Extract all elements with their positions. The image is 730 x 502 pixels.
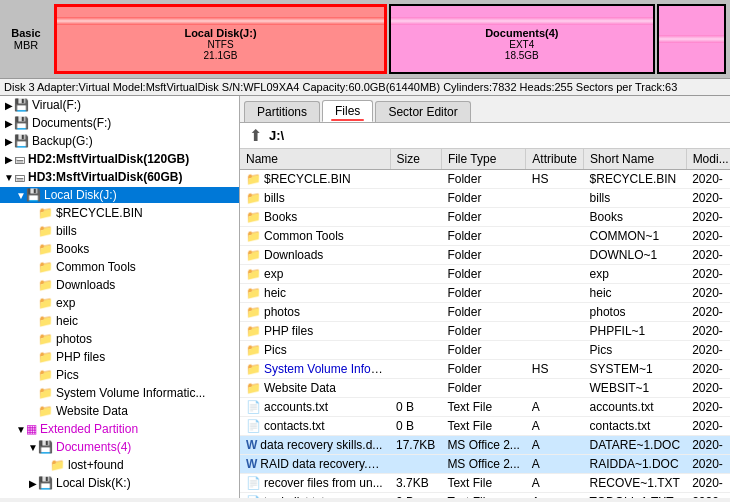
col-attribute[interactable]: Attribute — [526, 149, 584, 170]
partition-local-j[interactable]: Local Disk(J:) NTFS 21.1GB — [54, 4, 387, 74]
table-row[interactable]: 📄accounts.txt0 BText FileAaccounts.txt20… — [240, 398, 730, 417]
table-row[interactable]: 📁PicsFolderPics2020- — [240, 341, 730, 360]
folder-icon: 📁 — [246, 248, 261, 262]
file-short-cell: photos — [584, 303, 687, 322]
drive-icon: 💾 — [26, 188, 41, 202]
tree-node-php-files[interactable]: 📁 PHP files — [0, 349, 239, 365]
file-table: Name Size File Type Attribute Short Name… — [240, 149, 730, 498]
tree-node-virual-f[interactable]: ▶ 💾 Virual(F:) — [0, 97, 239, 113]
file-mod-cell: 2020- — [686, 455, 730, 474]
tree-node-heic[interactable]: 📁 heic — [0, 313, 239, 329]
table-row[interactable]: 📄to do list.txt0 BText FileATODOLI~1.TXT… — [240, 493, 730, 499]
expand-icon[interactable]: ▶ — [28, 478, 38, 489]
nav-up-button[interactable]: ⬆ — [246, 126, 265, 145]
tree-label: Extended Partition — [40, 422, 138, 436]
tree-node-pics[interactable]: 📁 Pics — [0, 367, 239, 383]
tab-partitions[interactable]: Partitions — [244, 101, 320, 122]
table-row[interactable]: 📁System Volume Infor...FolderHSSYSTEM~12… — [240, 360, 730, 379]
table-row[interactable]: 📁Common ToolsFolderCOMMON~12020- — [240, 227, 730, 246]
file-short-cell: RAIDDA~1.DOC — [584, 455, 687, 474]
table-row[interactable]: WRAID data recovery.d...MS Office 2...AR… — [240, 455, 730, 474]
partition-docs4[interactable]: Documents(4) EXT4 18.5GB — [389, 4, 655, 74]
file-name-cell: 📁Website Data — [240, 379, 390, 398]
tree-node-downloads[interactable]: 📁 Downloads — [0, 277, 239, 293]
file-name: heic — [264, 286, 286, 300]
expand-icon[interactable]: ▼ — [4, 172, 14, 183]
table-row[interactable]: 📄contacts.txt0 BText FileAcontacts.txt20… — [240, 417, 730, 436]
table-row[interactable]: Wdata recovery skills.d...17.7KBMS Offic… — [240, 436, 730, 455]
expand-icon[interactable]: ▼ — [16, 190, 26, 201]
tree-node-docs4[interactable]: ▼ 💾 Documents(4) — [0, 439, 239, 455]
col-shortname[interactable]: Short Name — [584, 149, 687, 170]
table-row[interactable]: 📁DownloadsFolderDOWNLO~12020- — [240, 246, 730, 265]
file-name: System Volume Infor... — [264, 362, 384, 376]
expand-icon[interactable]: ▼ — [16, 424, 26, 435]
tree-node-exp[interactable]: 📁 exp — [0, 295, 239, 311]
col-filetype[interactable]: File Type — [441, 149, 525, 170]
tree-node-hd2[interactable]: ▶ 🖴 HD2:MsftVirtualDisk(120GB) — [0, 151, 239, 167]
tree-node-lost-found[interactable]: 📁 lost+found — [0, 457, 239, 473]
list-item: 📁 bills — [0, 222, 239, 240]
expand-icon[interactable]: ▶ — [4, 100, 14, 111]
file-short-cell: WEBSIT~1 — [584, 379, 687, 398]
list-item: ▼ 🖴 HD3:MsftVirtualDisk(60GB) — [0, 168, 239, 186]
tree-node-local-j[interactable]: ▼ 💾 Local Disk(J:) — [0, 187, 239, 203]
tree-node-hd3[interactable]: ▼ 🖴 HD3:MsftVirtualDisk(60GB) — [0, 169, 239, 185]
list-item: 📁 PHP files — [0, 348, 239, 366]
tree-node-bills[interactable]: 📁 bills — [0, 223, 239, 239]
folder-icon: 📁 — [246, 362, 261, 376]
file-mod-cell: 2020- — [686, 284, 730, 303]
list-item: 📁 Pics — [0, 366, 239, 384]
table-row[interactable]: 📁$RECYCLE.BINFolderHS$RECYCLE.BIN2020- — [240, 170, 730, 189]
expand-icon[interactable]: ▼ — [28, 442, 38, 453]
table-row[interactable]: 📁Website DataFolderWEBSIT~12020- — [240, 379, 730, 398]
file-name-cell: 📁Downloads — [240, 246, 390, 265]
doc-icon: W — [246, 438, 257, 452]
file-name: to do list.txt — [264, 495, 325, 498]
file-name: Pics — [264, 343, 287, 357]
table-row[interactable]: 📁expFolderexp2020- — [240, 265, 730, 284]
tree-node-sysvolinfo[interactable]: 📁 System Volume Informatic... — [0, 385, 239, 401]
file-mod-cell: 2020- — [686, 379, 730, 398]
tab-sector-editor[interactable]: Sector Editor — [375, 101, 470, 122]
tree-node-photos[interactable]: 📁 photos — [0, 331, 239, 347]
tree-node-backup-g[interactable]: ▶ 💾 Backup(G:) — [0, 133, 239, 149]
expand-icon[interactable]: ▶ — [4, 136, 14, 147]
col-name[interactable]: Name — [240, 149, 390, 170]
file-size-cell: 17.7KB — [390, 436, 441, 455]
tree-label: Local Disk(J:) — [44, 188, 117, 202]
expand-icon[interactable]: ▶ — [4, 154, 14, 165]
folder-icon: 📁 — [38, 260, 53, 274]
folder-icon: 📁 — [50, 458, 65, 472]
tree-node-website-data[interactable]: 📁 Website Data — [0, 403, 239, 419]
file-size-cell — [390, 360, 441, 379]
tree-node-srecycle[interactable]: 📁 $RECYCLE.BIN — [0, 205, 239, 221]
file-short-cell: contacts.txt — [584, 417, 687, 436]
file-short-cell: Pics — [584, 341, 687, 360]
tree-node-local-k[interactable]: ▶ 💾 Local Disk(K:) — [0, 475, 239, 491]
table-row[interactable]: 📄recover files from un...3.7KBText FileA… — [240, 474, 730, 493]
file-name: Common Tools — [264, 229, 344, 243]
expand-icon[interactable]: ▶ — [4, 118, 14, 129]
partition-list: Local Disk(J:) NTFS 21.1GB Documents(4) … — [54, 4, 726, 74]
tab-files[interactable]: Files — [322, 100, 373, 122]
tree-label: $RECYCLE.BIN — [56, 206, 143, 220]
tree-node-docs-f[interactable]: ▶ 💾 Documents(F:) — [0, 115, 239, 131]
file-name: bills — [264, 191, 285, 205]
tree-node-extended[interactable]: ▼ ▦ Extended Partition — [0, 421, 239, 437]
tree-label: photos — [56, 332, 92, 346]
list-item: ▼ ▦ Extended Partition — [0, 420, 239, 438]
table-row[interactable]: 📁PHP filesFolderPHPFIL~12020- — [240, 322, 730, 341]
file-mod-cell: 2020- — [686, 493, 730, 499]
file-mod-cell: 2020- — [686, 303, 730, 322]
table-row[interactable]: 📁billsFolderbills2020- — [240, 189, 730, 208]
col-size[interactable]: Size — [390, 149, 441, 170]
file-mod-cell: 2020- — [686, 170, 730, 189]
col-modified[interactable]: Modi... — [686, 149, 730, 170]
table-row[interactable]: 📁photosFolderphotos2020- — [240, 303, 730, 322]
partition-extra[interactable] — [657, 4, 726, 74]
table-row[interactable]: 📁BooksFolderBooks2020- — [240, 208, 730, 227]
table-row[interactable]: 📁heicFolderheic2020- — [240, 284, 730, 303]
tree-node-common-tools[interactable]: 📁 Common Tools — [0, 259, 239, 275]
tree-node-books[interactable]: 📁 Books — [0, 241, 239, 257]
